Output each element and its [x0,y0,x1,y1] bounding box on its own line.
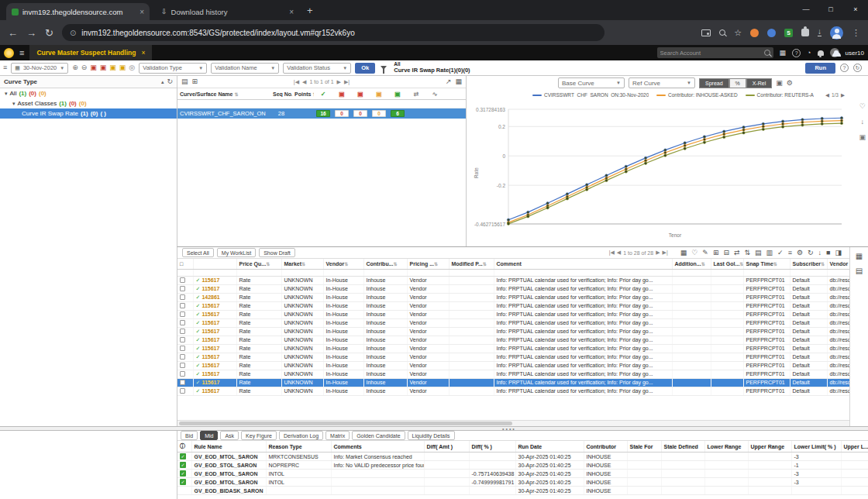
share-icon[interactable]: ↗ [446,78,452,85]
row-checkbox[interactable] [180,329,185,334]
grid-tab[interactable]: My WorkList [217,248,256,257]
detail-column-header[interactable]: Comments [331,441,424,453]
sort-icon[interactable]: ⇅ [745,249,751,256]
edit-icon[interactable]: ✎ [702,249,708,256]
approved-count-icon[interactable]: ▣ [388,91,407,98]
search-icon[interactable] [764,50,770,56]
tree-item-curve-ir-swap-rate[interactable]: Curve IR Swap Rate(1)(0)( ) [0,108,177,119]
detail-tab[interactable]: Key Figure [241,431,277,440]
detail-column-header[interactable]: Contributor [584,441,627,453]
grid-column-header[interactable]: Last Gol...⇅ [711,259,743,269]
base-curve-select[interactable]: Base Curve ▼ [558,77,625,88]
last-page-icon[interactable]: ▶| [663,250,668,256]
legend-item[interactable]: Contributor: REUTERS-A [746,92,814,98]
detail-column-header[interactable]: Diff( Amt ) [424,441,469,453]
app-tab-close-icon[interactable]: × [141,49,145,57]
column-seq-no[interactable]: Seq No.⇅ [270,91,292,97]
column-points[interactable]: Points⇅ [292,91,314,97]
detail-tab[interactable]: Golden Candidate [352,431,405,440]
rows-icon[interactable]: ▤ [755,249,762,256]
rejected-count-icon[interactable]: ▣ [351,91,370,98]
grid-column-header[interactable]: Snap Time⇅ [743,259,790,269]
sort-icon[interactable]: ⇅ [773,262,777,267]
table-row[interactable]: ✓115617 Rate UNKNOWN In-House Inhouse Ve… [177,327,868,336]
curve-icon[interactable]: ∿ [425,91,444,98]
help-icon[interactable]: ? [792,49,801,57]
next-page-icon[interactable]: ▶ [656,250,660,256]
legend-prev-icon[interactable]: ◀ [825,92,829,98]
layout-icon[interactable]: ▤ [181,78,188,85]
horizontal-scrollbar[interactable] [177,420,850,426]
row-checkbox[interactable] [180,363,185,368]
goldensource-logo[interactable] [4,48,14,58]
gear-icon[interactable]: ⚙ [787,80,793,87]
detail-column-header[interactable]: Diff( % ) [469,441,515,453]
sort-icon[interactable]: ⇅ [483,262,487,267]
column-curve-surface-name[interactable]: Curve/Surface Name⇅ [177,91,270,97]
view-grid-icon[interactable]: ▦ [680,249,687,256]
extension-blue-icon[interactable] [767,29,776,37]
table-row[interactable]: ✓ GV_EOD_BIDASK_SARON 30-Apr-2025 01:40:… [177,487,868,495]
table-row[interactable]: ✓115617 Rate UNKNOWN In-House Inhouse Ve… [177,370,868,378]
extensions-puzzle-icon[interactable] [801,29,809,36]
new-tab-button[interactable]: + [307,5,313,16]
detail-tab[interactable]: Ask [220,431,239,440]
table-row[interactable]: ✓115617 Rate UNKNOWN In-House Inhouse Ve… [177,361,868,370]
prev-page-icon[interactable]: ◀ [617,250,621,256]
tab-close-icon[interactable]: × [140,8,144,16]
table-row[interactable]: ✓115617 Rate UNKNOWN In-House Inhouse Ve… [177,310,868,318]
last-page-icon[interactable]: ▶| [344,79,350,85]
detail-column-header[interactable]: ⓘ [177,441,191,453]
yellow-layer-icon[interactable]: ▣ [109,64,116,71]
table-row[interactable]: ✓ GV_EOD_MTOL_SARON INTOL -0.74999998179… [177,478,868,487]
add-row-icon[interactable]: ⊞ [713,249,719,256]
grid-view-icon[interactable]: ▦ [856,252,863,260]
legend-next-icon[interactable]: ▶ [841,92,845,98]
table-row[interactable]: ✓115617 Rate UNKNOWN In-House Inhouse Ve… [177,387,868,395]
detail-column-header[interactable]: Stale Defined [661,441,704,453]
grid-column-header[interactable]: Modified P...⇅ [449,259,494,269]
grid-column-header[interactable]: Pricing ...⇅ [407,259,449,269]
download-icon[interactable]: ↓ [818,249,822,256]
sort-icon[interactable]: ⇅ [301,262,305,267]
validate-icon[interactable]: ✓ [777,249,784,256]
app-tab-curve-master[interactable]: Curve Master Suspect Handling × [29,45,152,60]
address-bar[interactable]: ⊙ invm192.thegoldensource.com:8543/GS/pr… [62,24,604,41]
menu-icon[interactable]: ≡ [788,249,792,256]
minimize-button[interactable]: — [794,0,818,19]
apps-grid-icon[interactable]: ▦ [780,49,787,57]
ref-curve-select[interactable]: Ref Curve ▼ [629,77,695,88]
detail-column-header[interactable]: Rule Name [191,441,266,453]
red-grid-icon[interactable]: ▣ [100,64,107,71]
expand-arrow-icon[interactable]: ▾ [5,91,8,97]
grid-column-header[interactable]: ⇅ [193,259,236,269]
detail-column-header[interactable]: Upper L... [841,441,868,453]
chart-mode-button[interactable]: % [729,78,746,88]
app-menu-icon[interactable]: ≡ [19,48,24,57]
filter-funnel-icon[interactable] [381,66,387,70]
browser-tab-site[interactable]: invm192.thegoldensource.com × [6,3,150,20]
detail-tab[interactable]: Liquidity Details [408,431,455,440]
tree-item-all[interactable]: ▾ All(1)(0)(0) [0,88,177,98]
row-checkbox[interactable] [180,286,185,291]
detail-column-header[interactable]: Lower Range [704,441,748,453]
table-row[interactable]: ✓115617 Rate UNKNOWN In-House Inhouse Ve… [177,344,868,353]
table-row[interactable]: ✓115617 Rate UNKNOWN In-House Inhouse Ve… [177,301,868,310]
notifications-bell-icon[interactable] [818,50,824,56]
error-count-icon[interactable]: ▣ [332,91,351,98]
refresh-circle-icon[interactable]: ↻ [853,64,862,72]
grid-column-header[interactable]: □⇅ [177,259,193,269]
expand-arrow-icon[interactable]: ▾ [12,101,16,107]
chart-mode-button[interactable]: Spread [699,78,729,88]
zoom-in-icon[interactable]: ⊕ [72,64,78,71]
download-icon[interactable]: ↓ [860,118,864,126]
downloads-icon[interactable]: ↓ [818,29,822,36]
row-checkbox[interactable] [180,380,185,385]
settings-icon[interactable]: ⚙ [797,249,803,256]
help-circle-icon[interactable]: ? [840,64,849,72]
compare-icon[interactable]: ⇄ [407,91,425,98]
detail-column-header[interactable]: Stale For [627,441,661,453]
grid-tab[interactable]: Show Draft [259,248,295,257]
detail-tab[interactable]: Mid [200,431,218,440]
extension-s-icon[interactable]: S [784,29,793,37]
